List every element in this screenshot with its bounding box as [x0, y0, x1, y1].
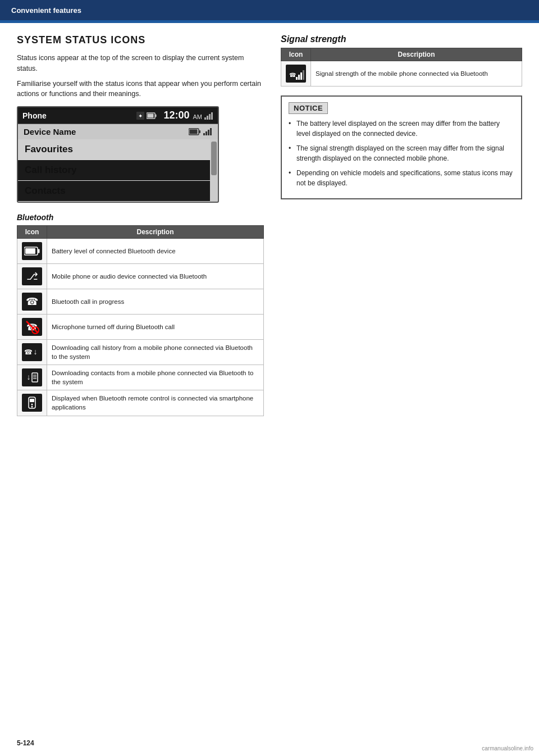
- svg-rect-27: [32, 373, 38, 382]
- bt-icon-mic-off: ☎: [17, 315, 47, 340]
- bt-desc-remote: Displayed when Bluetooth remote control …: [47, 390, 264, 416]
- svg-rect-6: [207, 116, 208, 120]
- call-icon-box: ☎: [22, 293, 42, 311]
- bt-row-battery: Battery level of connected Bluetooth dev…: [17, 239, 264, 264]
- device-name-label: Device Name: [24, 127, 76, 136]
- signal-table-header-desc: Description: [311, 48, 522, 61]
- header-title: Convenient features: [11, 6, 81, 15]
- svg-rect-8: [211, 112, 213, 120]
- mic-off-icon-box: ☎: [22, 318, 42, 336]
- svg-rect-36: [296, 77, 298, 80]
- section-title: SYSTEM STATUS ICONS: [17, 34, 264, 46]
- left-column: SYSTEM STATUS ICONS Status icons appear …: [17, 34, 264, 425]
- signal-icon-cell: ☎: [281, 61, 311, 86]
- svg-rect-39: [303, 70, 304, 80]
- phone-menu-wrapper: Favourites Call history Contacts: [18, 139, 218, 202]
- svg-text:✦: ✦: [138, 113, 143, 119]
- bt-row-call: ☎ Bluetooth call in progress: [17, 289, 264, 315]
- phone-time: 12:00: [163, 110, 189, 121]
- svg-text:↓: ↓: [34, 347, 38, 356]
- svg-rect-3: [156, 114, 157, 117]
- menu-item-favourites: Favourites: [18, 139, 210, 160]
- phone-header-icons: ✦ 12:00 AM: [136, 110, 213, 121]
- bt-icon-contacts: ↓: [17, 365, 47, 390]
- svg-rect-15: [210, 128, 212, 135]
- watermark: carmanualsoline.info: [482, 745, 533, 752]
- call-history-icon-box: ☎ ↓: [22, 343, 42, 361]
- svg-text:↓: ↓: [27, 372, 31, 381]
- mic-off-svg: ☎: [24, 319, 40, 335]
- contacts-svg: ↓: [24, 370, 40, 385]
- svg-text:☎: ☎: [24, 348, 33, 356]
- right-column: Signal strength Icon Description ☎: [281, 34, 522, 425]
- call-history-svg: ☎ ↓: [24, 344, 40, 360]
- bt-desc-call-history: Downloading call history from a mobile p…: [47, 340, 264, 365]
- header-bar: Convenient features: [0, 0, 539, 20]
- remote-svg: [24, 395, 40, 411]
- svg-rect-17: [38, 249, 40, 253]
- bt-desc-battery: Battery level of connected Bluetooth dev…: [47, 239, 264, 264]
- phone-menu-list: Favourites Call history Contacts: [18, 139, 210, 202]
- signal-section-title: Signal strength: [281, 34, 522, 44]
- signal-icon-box: ☎: [286, 65, 306, 83]
- page-number: 5-124: [17, 739, 34, 747]
- battery-svg: [24, 246, 40, 256]
- notice-list: The battery level displayed on the scree…: [289, 119, 514, 188]
- svg-text:⎇: ⎇: [26, 271, 38, 282]
- phone-am: AM: [193, 113, 203, 120]
- notice-box: NOTICE The battery level displayed on th…: [281, 95, 522, 199]
- svg-rect-14: [208, 130, 209, 135]
- svg-rect-32: [30, 399, 34, 402]
- device-name-icons: [189, 128, 212, 135]
- svg-rect-11: [190, 130, 198, 134]
- svg-rect-37: [298, 75, 300, 80]
- bt-phone-icon-box: ⎇: [22, 267, 42, 285]
- bt-row-contacts: ↓ Downloading contacts from a mobile pho…: [17, 365, 264, 390]
- phone-scrollbar: [210, 139, 218, 202]
- svg-text:☎: ☎: [289, 72, 296, 78]
- notice-item-3: Depending on vehicle models and specific…: [289, 168, 514, 188]
- bt-desc-phone: Mobile phone or audio device connected v…: [47, 264, 264, 289]
- battery-header-icon: [147, 112, 157, 119]
- device-signal-icon: [203, 128, 212, 135]
- svg-rect-18: [25, 248, 35, 254]
- svg-point-33: [31, 404, 33, 406]
- notice-item-1: The battery level displayed on the scree…: [289, 119, 514, 139]
- notice-item-2: The signal strength displayed on the scr…: [289, 143, 514, 163]
- svg-rect-10: [199, 130, 201, 133]
- svg-rect-5: [204, 117, 206, 120]
- body-text-1: Status icons appear at the top of the sc…: [17, 53, 264, 74]
- menu-item-contacts: Contacts: [18, 181, 210, 202]
- svg-text:☎: ☎: [26, 296, 38, 307]
- bt-row-call-history: ☎ ↓ Downloading call history from a mobi…: [17, 340, 264, 365]
- bt-table-header-desc: Description: [47, 226, 264, 239]
- phone-scrollbar-thumb: [211, 142, 217, 175]
- phone-header: Phone ✦ 12:00 AM: [18, 107, 218, 124]
- svg-rect-38: [300, 72, 302, 80]
- battery-icon-box: [22, 242, 42, 260]
- contacts-icon-box: ↓: [22, 368, 42, 386]
- call-svg: ☎: [24, 294, 40, 309]
- body-text-2: Familiarise yourself with the status ico…: [17, 79, 264, 100]
- signal-desc: Signal strength of the mobile phone conn…: [311, 61, 522, 86]
- bt-desc-call: Bluetooth call in progress: [47, 289, 264, 315]
- phone-label: Phone: [22, 111, 47, 120]
- bt-row-mic-off: ☎ Microphone turned off during Bluetooth…: [17, 315, 264, 340]
- svg-rect-12: [203, 133, 205, 135]
- signal-table-header-icon: Icon: [281, 48, 311, 61]
- device-name-row: Device Name: [18, 124, 218, 139]
- bt-phone-svg: ⎇: [24, 268, 40, 284]
- svg-rect-13: [205, 131, 207, 135]
- remote-icon-box: [22, 394, 42, 412]
- bt-icon-battery: [17, 239, 47, 264]
- bt-desc-contacts: Downloading contacts from a mobile phone…: [47, 365, 264, 390]
- notice-title: NOTICE: [289, 102, 328, 114]
- bt-row-remote: Displayed when Bluetooth remote control …: [17, 390, 264, 416]
- bluetooth-section-title: Bluetooth: [17, 213, 264, 222]
- bt-icon-remote: [17, 390, 47, 416]
- main-content: SYSTEM STATUS ICONS Status icons appear …: [0, 23, 539, 436]
- bt-icon-call: ☎: [17, 289, 47, 315]
- device-battery-icon: [189, 128, 201, 135]
- bt-icon-phone: ⎇: [17, 264, 47, 289]
- bt-icon-call-history: ☎ ↓: [17, 340, 47, 365]
